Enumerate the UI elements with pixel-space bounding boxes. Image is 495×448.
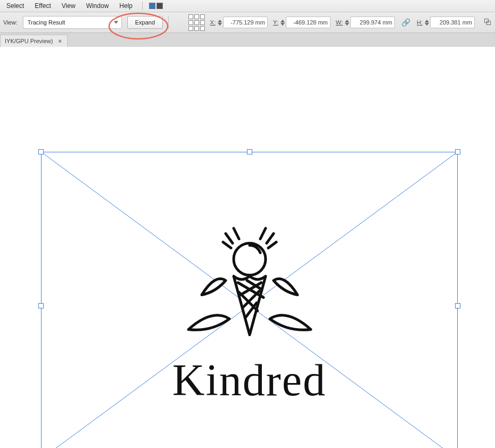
x-coord-group: X: -775.129 mm bbox=[210, 17, 268, 28]
document-tabs: IYK/GPU Preview) × bbox=[0, 33, 495, 47]
menu-window[interactable]: Window bbox=[82, 1, 113, 11]
menu-help[interactable]: Help bbox=[115, 1, 137, 11]
selection-bounding-box[interactable]: Kindred bbox=[41, 152, 458, 448]
menu-bar: Select Effect View Window Help bbox=[0, 0, 495, 12]
handle-w[interactable] bbox=[38, 303, 44, 308]
control-bar: View: Tracing Result Expand X: -775.129 … bbox=[0, 12, 495, 33]
view-mode-select[interactable]: Tracing Result bbox=[23, 16, 122, 29]
w-input[interactable]: 299.974 mm bbox=[350, 17, 395, 28]
handle-n[interactable] bbox=[247, 149, 252, 154]
w-coord-group: W: 299.974 mm bbox=[336, 17, 395, 28]
tab-close-icon[interactable]: × bbox=[58, 38, 61, 44]
expand-button[interactable]: Expand bbox=[127, 16, 163, 29]
h-value: 209.381 mm bbox=[440, 19, 472, 26]
handle-e[interactable] bbox=[455, 303, 460, 308]
expand-button-label: Expand bbox=[135, 19, 155, 26]
workspace-switcher-icon[interactable] bbox=[148, 3, 163, 9]
menubar-divider bbox=[142, 2, 143, 10]
x-value: -775.129 mm bbox=[230, 19, 265, 26]
h-spinner[interactable] bbox=[425, 20, 429, 26]
y-input[interactable]: -469.128 mm bbox=[286, 17, 331, 28]
constrain-proportions-icon[interactable]: 🔗 bbox=[400, 18, 411, 27]
y-label: Y: bbox=[273, 19, 278, 26]
menu-select[interactable]: Select bbox=[2, 1, 28, 11]
h-input[interactable]: 209.381 mm bbox=[430, 17, 475, 28]
document-tab[interactable]: IYK/GPU Preview) × bbox=[0, 35, 68, 47]
reference-point-grid[interactable] bbox=[188, 14, 205, 31]
control-separator bbox=[168, 15, 169, 29]
y-value: -469.128 mm bbox=[293, 19, 328, 26]
document-tab-label: IYK/GPU Preview) bbox=[5, 38, 53, 44]
h-coord-group: H: 209.381 mm bbox=[417, 17, 475, 28]
w-value: 299.974 mm bbox=[360, 19, 392, 26]
shape-builder-icon[interactable] bbox=[483, 18, 492, 27]
h-label: H: bbox=[417, 19, 423, 26]
w-spinner[interactable] bbox=[345, 20, 349, 26]
x-spinner[interactable] bbox=[218, 20, 222, 26]
menu-effect[interactable]: Effect bbox=[30, 1, 55, 11]
handle-ne[interactable] bbox=[455, 149, 460, 154]
canvas[interactable]: Kindred bbox=[0, 47, 495, 448]
x-input[interactable]: -775.129 mm bbox=[223, 17, 268, 28]
handle-nw[interactable] bbox=[38, 149, 44, 154]
view-mode-value: Tracing Result bbox=[28, 19, 65, 26]
w-label: W: bbox=[336, 19, 343, 26]
selection-rect bbox=[41, 152, 458, 448]
y-coord-group: Y: -469.128 mm bbox=[273, 17, 331, 28]
view-label: View: bbox=[3, 19, 18, 26]
y-spinner[interactable] bbox=[280, 20, 285, 26]
x-label: X: bbox=[210, 19, 216, 26]
menu-view[interactable]: View bbox=[57, 1, 80, 11]
